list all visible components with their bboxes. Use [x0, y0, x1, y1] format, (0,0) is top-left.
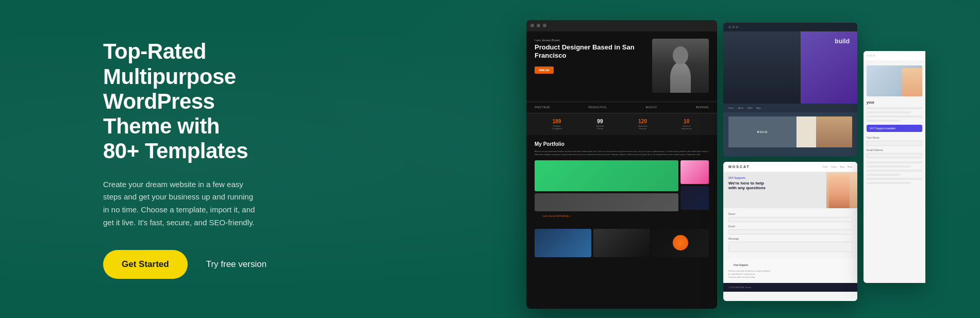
ss-light-header: MOSCAT Home Pages Blog Shop	[723, 162, 857, 172]
ss-bottom-img-grid	[535, 229, 591, 257]
ss-light-free-text: Free Support	[728, 261, 852, 270]
ss-readmore: Let's Go to All Portfolio →	[535, 211, 709, 221]
screenshot-main: I am James Brown Product Designer Based …	[526, 20, 717, 309]
ss-stat-3: 120 ReleasedProjects	[638, 119, 647, 130]
ss-far-person	[902, 68, 922, 96]
screenshot-side-top: build Home About Work Blog BUILD	[723, 23, 857, 157]
ss-port-img-small	[535, 193, 678, 211]
ss-portfolio-section: My Portfolio Mauris cursus pulvinator fa…	[526, 135, 717, 225]
ss-far-line-3	[867, 115, 922, 118]
ss-far-content: your 24/7 Support Available Your Name Em…	[863, 61, 925, 190]
ss-bottom-img-person	[593, 229, 650, 257]
ss-portfolio-grid	[535, 160, 709, 211]
hero-left-content: Top-Rated Multipurpose WordPress Theme w…	[0, 39, 299, 278]
hero-screenshots: I am James Brown Product Designer Based …	[526, 0, 980, 318]
hero-title: Top-Rated Multipurpose WordPress Theme w…	[103, 39, 258, 163]
ss-person-name: I am James Brown	[535, 39, 652, 42]
ss-far-line-4	[867, 120, 900, 122]
ss-side-build-text: build	[835, 38, 850, 45]
ss-far-main-img	[867, 65, 922, 96]
ss-stats-bar: 189 ProjectsCompleted 99 SatisfiedClient…	[526, 113, 717, 135]
ss-far-line-9	[867, 178, 922, 180]
ss-far-line-7	[867, 170, 922, 172]
ss-far-line-1	[867, 107, 922, 109]
try-free-button[interactable]: Try free version	[206, 259, 267, 270]
ss-nav-item-1: SPECTRUM	[535, 106, 550, 109]
ss-light-footer-text: © 2024 MOSCAT Theme	[728, 286, 852, 289]
ss-light-hero: 24/7 Supports We're here to helpwith any…	[723, 172, 857, 208]
ss-nav-item-3: MOSCAT	[646, 106, 657, 109]
ss-far-support-text: 24/7 Support Available	[870, 127, 919, 130]
ss-stat-2: 99 SatisfiedClients	[596, 119, 604, 130]
get-started-button[interactable]: Get Started	[103, 250, 188, 279]
ss-bottom-row	[526, 229, 717, 257]
ss-light-form: Name Email Message	[723, 208, 857, 259]
ss-portrait	[652, 39, 709, 93]
ss-portfolio-title: My Portfolio	[535, 141, 709, 147]
ss-light-logo: MOSCAT	[728, 165, 750, 169]
screenshots-side: build Home About Work Blog BUILD	[723, 23, 857, 301]
ss-port-right	[680, 160, 709, 210]
ss-far-line-2	[867, 111, 911, 113]
ss-light-nav: Home Pages Blog Shop	[823, 165, 852, 168]
ss-light-footer: © 2024 MOSCAT Theme	[723, 283, 857, 292]
titlebar-dot-3	[543, 24, 546, 27]
ss-side-dot-1	[728, 26, 731, 28]
ss-side-nav2: Home About Work Blog	[723, 104, 857, 112]
ss-port-img-green	[535, 160, 678, 191]
ss-stat-4: 10 Years ofExperience	[682, 119, 692, 130]
ss-side-top-dots	[728, 26, 738, 28]
screenshot-side-bottom: MOSCAT Home Pages Blog Shop 24/7 Support…	[723, 162, 857, 301]
ss-hero-section: I am James Brown Product Designer Based …	[526, 31, 717, 102]
hero-actions: Get Started Try free version	[103, 250, 258, 279]
ss-far-line-8	[867, 174, 900, 176]
ss-side-bottom-area: BUILD	[723, 112, 857, 152]
ss-side-hero: build	[723, 31, 857, 104]
ss-port-img-dark	[680, 186, 709, 210]
ss-light-support-desc: Receive premium assistance, expert guida…	[728, 270, 852, 279]
ss-nav-item-4: BESPOKE	[696, 106, 709, 109]
ss-side-dot-3	[736, 26, 738, 28]
ss-designer-title: Product Designer Based in San Francisco	[535, 43, 652, 60]
titlebar-dot-2	[537, 24, 540, 27]
ss-portfolio-text: Mauris cursus pulvinator facilisis wanda…	[535, 150, 709, 156]
ss-far-support-box: 24/7 Support Available	[867, 125, 922, 132]
ss-bottom-img-circle	[652, 229, 709, 257]
ss-stat-1: 189 ProjectsCompleted	[552, 119, 561, 130]
screenshot-titlebar	[526, 20, 717, 31]
ss-side-dot-2	[732, 26, 735, 28]
hero-description: Create your dream website in a few easy …	[103, 178, 258, 229]
ss-far-header	[863, 51, 925, 61]
hero-section: Top-Rated Multipurpose WordPress Theme w…	[0, 0, 980, 318]
ss-side-top-header	[723, 23, 857, 31]
ss-nav: SPECTRUM PRODUCTFUL MOSCAT BESPOKE	[526, 102, 717, 113]
ss-light-free-support: Free Support Receive premium assistance,…	[723, 259, 857, 281]
titlebar-dot-1	[530, 24, 534, 27]
ss-port-main	[535, 160, 678, 211]
ss-far-line-10	[867, 182, 911, 184]
ss-far-line-6	[867, 165, 911, 168]
ss-far-line-5	[867, 161, 922, 163]
ss-port-img-pink	[680, 160, 709, 184]
screenshot-far-right: your 24/7 Support Available Your Name Em…	[863, 51, 925, 283]
ss-far-title: your	[867, 101, 922, 104]
ss-nav-item-2: PRODUCTFUL	[589, 106, 607, 109]
ss-hire-btn: HIRE ME	[535, 66, 554, 74]
